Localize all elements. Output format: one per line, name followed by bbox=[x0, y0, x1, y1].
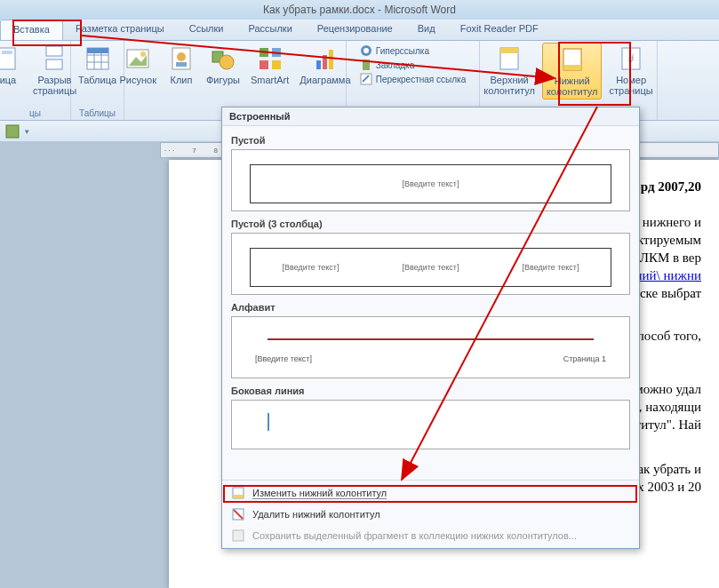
save-selection-icon bbox=[231, 528, 245, 543]
svg-rect-3 bbox=[46, 60, 62, 69]
tab-foxit[interactable]: Foxit Reader PDF bbox=[448, 20, 551, 40]
chart-button[interactable]: Диаграмма bbox=[296, 43, 354, 87]
ribbon-tabs: Вставка Разметка страницы Ссылки Рассылк… bbox=[0, 20, 719, 41]
delete-footer-icon bbox=[231, 507, 245, 521]
svg-rect-24 bbox=[329, 50, 333, 69]
picture-button[interactable]: Рисунок bbox=[116, 43, 160, 87]
cover-page-button[interactable]: ица bbox=[0, 43, 26, 98]
page-number-button[interactable]: # Номер страницы bbox=[605, 43, 656, 99]
layout-view-icon[interactable] bbox=[5, 124, 20, 139]
svg-rect-40 bbox=[233, 530, 244, 541]
tab-insert[interactable]: Вставка bbox=[0, 20, 63, 40]
gallery-item-sideline-label: Боковая линия bbox=[231, 385, 630, 396]
crossref-button[interactable]: Перекрестная ссылка bbox=[360, 73, 466, 85]
gallery-item-empty3[interactable]: [Введите текст] [Введите текст] [Введите… bbox=[231, 233, 630, 295]
header-button[interactable]: Верхний колонтитул bbox=[480, 43, 539, 99]
svg-rect-27 bbox=[363, 60, 370, 70]
svg-text:#: # bbox=[628, 52, 635, 65]
hyperlink-icon bbox=[360, 44, 372, 57]
window-title: Как убрать рамки.docx - Microsoft Word bbox=[263, 4, 456, 16]
svg-point-14 bbox=[177, 52, 186, 61]
tab-mailings[interactable]: Рассылки bbox=[236, 20, 304, 40]
svg-rect-35 bbox=[6, 125, 19, 138]
hyperlink-button[interactable]: Гиперссылка bbox=[360, 44, 466, 57]
pagenum-icon: # bbox=[617, 44, 645, 73]
svg-rect-22 bbox=[316, 60, 321, 69]
svg-rect-1 bbox=[2, 51, 12, 54]
tab-view[interactable]: Вид bbox=[405, 20, 448, 40]
gallery-item-empty-label: Пустой bbox=[231, 135, 630, 146]
clip-icon bbox=[167, 44, 196, 73]
footer-gallery-dropdown: Встроенный Пустой [Введите текст] Пустой… bbox=[221, 107, 640, 549]
svg-point-12 bbox=[140, 52, 146, 57]
svg-rect-19 bbox=[272, 48, 281, 57]
alphabet-divider bbox=[268, 338, 594, 340]
smartart-icon bbox=[256, 44, 284, 73]
table-icon bbox=[84, 44, 112, 73]
gallery-header: Встроенный bbox=[222, 107, 639, 126]
svg-rect-20 bbox=[260, 60, 268, 69]
gallery-footer: Изменить нижний колонтитул Удалить нижни… bbox=[222, 480, 639, 548]
footer-icon bbox=[558, 45, 587, 74]
title-bar: Как убрать рамки.docx - Microsoft Word bbox=[0, 0, 719, 20]
svg-rect-21 bbox=[272, 60, 281, 69]
table-button[interactable]: Таблица bbox=[75, 43, 120, 87]
svg-rect-32 bbox=[563, 65, 581, 70]
svg-rect-15 bbox=[176, 62, 187, 67]
tab-references[interactable]: Ссылки bbox=[177, 20, 236, 40]
tab-review[interactable]: Рецензирование bbox=[305, 20, 405, 40]
svg-rect-23 bbox=[323, 55, 327, 69]
clipart-button[interactable]: Клип bbox=[164, 43, 199, 87]
crossref-icon bbox=[360, 73, 372, 85]
svg-rect-30 bbox=[500, 48, 518, 53]
gallery-item-empty3-label: Пустой (3 столбца) bbox=[231, 219, 630, 229]
save-selection-menuitem: Сохранить выделенный фрагмент в коллекци… bbox=[222, 525, 639, 546]
group-pages-label: цы bbox=[0, 108, 70, 118]
footer-button[interactable]: Нижний колонтитул bbox=[542, 43, 603, 99]
sideline-cursor bbox=[268, 413, 269, 431]
svg-rect-18 bbox=[260, 48, 268, 57]
bookmark-button[interactable]: Закладка bbox=[360, 59, 466, 71]
page-icon bbox=[0, 44, 22, 73]
svg-rect-9 bbox=[87, 48, 108, 53]
gallery-item-alphabet[interactable]: [Введите текст] Страница 1 bbox=[231, 316, 630, 378]
qat-dropdown-icon[interactable]: ▾ bbox=[25, 127, 29, 136]
gallery-item-alphabet-label: Алфавит bbox=[231, 302, 630, 313]
page-break-icon bbox=[41, 44, 69, 73]
shapes-button[interactable]: Фигуры bbox=[203, 43, 244, 87]
gallery-scroll[interactable]: Пустой [Введите текст] Пустой (3 столбца… bbox=[222, 126, 639, 480]
picture-icon bbox=[124, 44, 152, 73]
svg-point-26 bbox=[363, 48, 369, 53]
chart-icon bbox=[311, 44, 340, 73]
gallery-item-empty[interactable]: [Введите текст] bbox=[231, 149, 630, 211]
svg-rect-37 bbox=[233, 495, 244, 498]
svg-point-17 bbox=[220, 55, 234, 69]
edit-footer-menuitem[interactable]: Изменить нижний колонтитул bbox=[222, 482, 639, 504]
gallery-item-sideline[interactable] bbox=[231, 400, 630, 449]
smartart-button[interactable]: SmartArt bbox=[247, 43, 292, 87]
edit-footer-icon bbox=[231, 486, 245, 500]
group-tables-label: Таблицы bbox=[71, 108, 124, 118]
header-icon bbox=[495, 44, 523, 73]
shapes-icon bbox=[209, 44, 237, 73]
svg-rect-2 bbox=[46, 46, 62, 56]
delete-footer-menuitem[interactable]: Удалить нижний колонтитул bbox=[222, 504, 639, 525]
bookmark-icon bbox=[360, 59, 372, 71]
tab-layout[interactable]: Разметка страницы bbox=[63, 20, 177, 40]
